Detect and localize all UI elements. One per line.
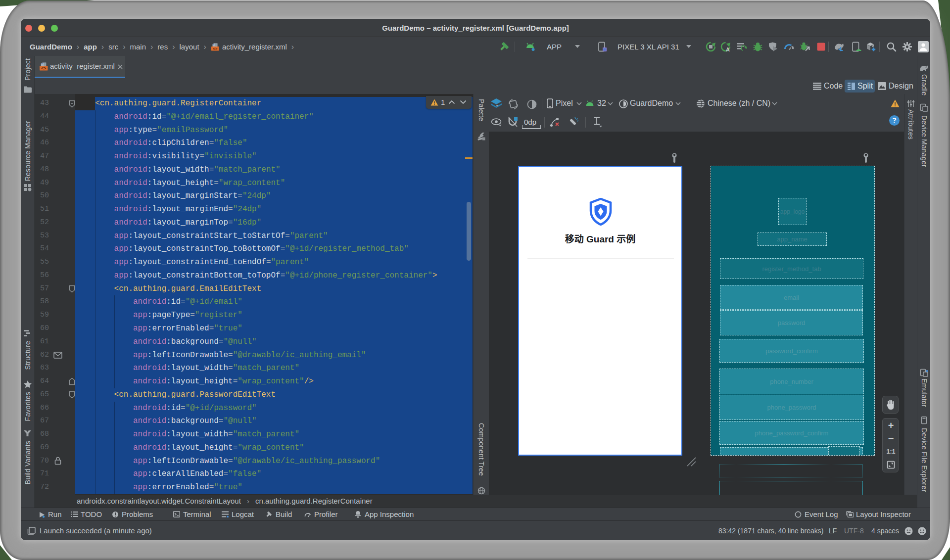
svg-text:<>: <> (41, 66, 46, 71)
svg-text:<>: <> (213, 47, 218, 51)
svg-text:A: A (726, 47, 730, 52)
